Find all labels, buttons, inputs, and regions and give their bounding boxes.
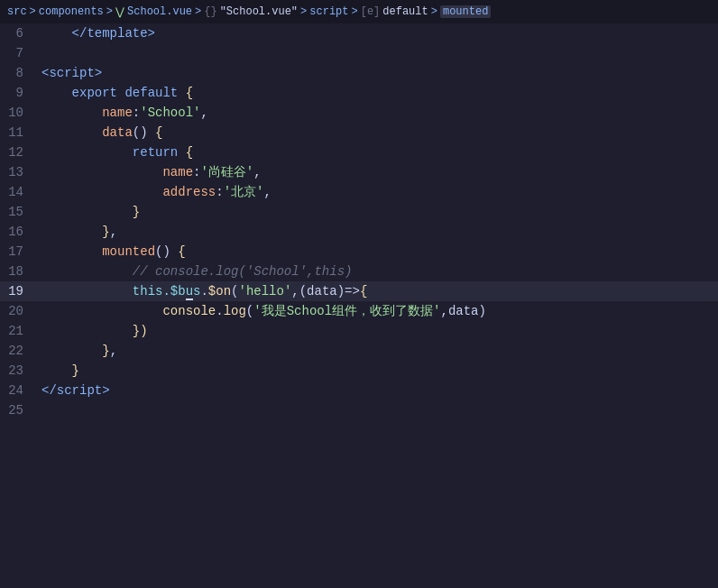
- line-content-6: </template>: [38, 23, 718, 43]
- breadcrumb-school-vue-2: "School.vue": [220, 5, 298, 18]
- line-num-13: 13: [0, 162, 38, 182]
- breadcrumb-sep-5: >: [352, 5, 358, 18]
- code-line-17: 17 mounted() {: [0, 242, 718, 262]
- line-num-16: 16: [0, 222, 38, 242]
- line-num-18: 18: [0, 262, 38, 281]
- line-num-21: 21: [0, 321, 38, 341]
- line-content-18: // console.log('School',this): [38, 262, 718, 281]
- breadcrumb-default-icon: [e]: [361, 5, 381, 18]
- code-line-15: 15 }: [0, 202, 718, 222]
- code-line-22: 22 },: [0, 341, 718, 361]
- code-editor: 6 </template> 7 8 <script> 9 export defa…: [0, 23, 718, 588]
- code-line-8: 8 <script>: [0, 63, 718, 83]
- line-content-11: data() {: [38, 123, 718, 142]
- breadcrumb-sep-1: >: [30, 5, 36, 18]
- code-line-25: 25: [0, 400, 718, 420]
- line-num-15: 15: [0, 202, 38, 222]
- code-line-11: 11 data() {: [0, 123, 718, 142]
- line-num-20: 20: [0, 301, 38, 321]
- line-num-11: 11: [0, 123, 38, 142]
- breadcrumb-script: script: [309, 5, 348, 18]
- line-num-19: 19: [0, 281, 38, 301]
- code-line-16: 16 },: [0, 222, 718, 242]
- code-line-14: 14 address:'北京',: [0, 182, 718, 202]
- line-num-12: 12: [0, 142, 38, 162]
- breadcrumb-mounted: mounted: [440, 5, 491, 18]
- breadcrumb-components[interactable]: components: [39, 5, 104, 18]
- breadcrumb-obj: {}: [204, 5, 216, 18]
- breadcrumb-default: default: [382, 5, 428, 18]
- line-content-16: },: [38, 222, 718, 242]
- line-content-17: mounted() {: [38, 242, 718, 262]
- code-area[interactable]: 6 </template> 7 8 <script> 9 export defa…: [0, 23, 718, 588]
- line-num-23: 23: [0, 361, 38, 381]
- line-content-14: address:'北京',: [38, 182, 718, 202]
- line-content-12: return {: [38, 142, 718, 162]
- line-content-8: <script>: [38, 63, 718, 83]
- line-num-7: 7: [0, 43, 38, 63]
- code-line-18: 18 // console.log('School',this): [0, 262, 718, 281]
- line-content-19: this.$bus.$on('hello',(data)=>{: [38, 281, 718, 301]
- line-content-9: export default {: [38, 83, 718, 103]
- breadcrumb-sep-3: >: [195, 5, 201, 18]
- line-num-10: 10: [0, 103, 38, 123]
- line-num-22: 22: [0, 341, 38, 361]
- breadcrumb-sep-6: >: [431, 5, 437, 18]
- line-num-9: 9: [0, 83, 38, 103]
- line-content-23: }: [38, 361, 718, 381]
- line-content-15: }: [38, 202, 718, 222]
- code-line-21: 21 }): [0, 321, 718, 341]
- code-line-24: 24 </script>: [0, 381, 718, 400]
- code-line-20: 20 console.log('我是School组件，收到了数据',data): [0, 301, 718, 321]
- line-content-20: console.log('我是School组件，收到了数据',data): [38, 301, 718, 321]
- line-content-10: name:'School',: [38, 103, 718, 123]
- breadcrumb-vue-icon: ⋁: [115, 5, 124, 19]
- breadcrumb-src[interactable]: src: [7, 5, 27, 18]
- code-line-9: 9 export default {: [0, 83, 718, 103]
- line-content-13: name:'尚硅谷',: [38, 162, 718, 182]
- line-num-17: 17: [0, 242, 38, 262]
- code-line-6: 6 </template>: [0, 23, 718, 43]
- line-num-6: 6: [0, 23, 38, 43]
- code-line-23: 23 }: [0, 361, 718, 381]
- code-line-10: 10 name:'School',: [0, 103, 718, 123]
- breadcrumb-sep-2: >: [106, 5, 113, 18]
- line-num-14: 14: [0, 182, 38, 202]
- code-line-19: 19 this.$bus.$on('hello',(data)=>{: [0, 281, 718, 301]
- breadcrumb: src > components > ⋁ School.vue > {} "Sc…: [0, 0, 718, 23]
- breadcrumb-school-vue[interactable]: School.vue: [127, 5, 192, 18]
- line-content-22: },: [38, 341, 718, 361]
- code-line-12: 12 return {: [0, 142, 718, 162]
- line-num-25: 25: [0, 400, 38, 420]
- line-num-8: 8: [0, 63, 38, 83]
- code-line-13: 13 name:'尚硅谷',: [0, 162, 718, 182]
- line-content-21: }): [38, 321, 718, 341]
- line-content-24: </script>: [38, 381, 718, 400]
- code-line-7: 7: [0, 43, 718, 63]
- line-num-24: 24: [0, 381, 38, 400]
- breadcrumb-sep-4: >: [300, 5, 307, 18]
